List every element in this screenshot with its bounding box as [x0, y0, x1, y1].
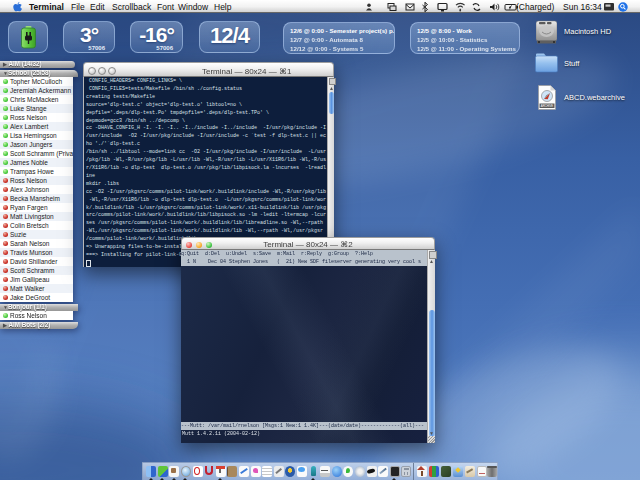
svg-text:ARCHIVE: ARCHIVE	[541, 104, 554, 108]
